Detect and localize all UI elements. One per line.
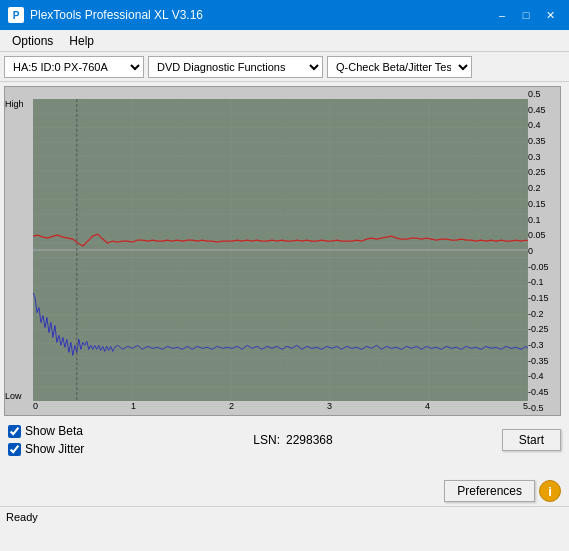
status-bar: Ready <box>0 506 569 526</box>
status-text: Ready <box>6 511 38 523</box>
right-axis: 0.5 0.45 0.4 0.35 0.3 0.25 0.2 0.15 0.1 … <box>528 87 560 415</box>
start-button[interactable]: Start <box>502 429 561 451</box>
show-beta-label: Show Beta <box>25 424 83 438</box>
high-label: High <box>5 99 24 109</box>
help-menu[interactable]: Help <box>61 32 102 50</box>
close-button[interactable]: ✕ <box>539 4 561 26</box>
minimize-button[interactable]: – <box>491 4 513 26</box>
info-button[interactable]: i <box>539 480 561 502</box>
show-beta-row: Show Beta <box>8 424 84 438</box>
x-axis-labels: 0 1 2 3 4 5 <box>33 401 528 415</box>
show-jitter-row: Show Jitter <box>8 442 84 456</box>
options-menu[interactable]: Options <box>4 32 61 50</box>
preferences-button[interactable]: Preferences <box>444 480 535 502</box>
checkboxes-group: Show Beta Show Jitter <box>8 424 84 456</box>
drive-select[interactable]: HA:5 ID:0 PX-760A <box>4 56 144 78</box>
function-select[interactable]: DVD Diagnostic Functions <box>148 56 323 78</box>
lsn-label: LSN: <box>253 433 280 447</box>
controls-row: Show Beta Show Jitter LSN: 2298368 Start <box>8 420 561 456</box>
chart-svg <box>33 99 528 401</box>
app-icon: P <box>8 7 24 23</box>
bottom-panel: Show Beta Show Jitter LSN: 2298368 Start… <box>0 416 569 506</box>
prefs-row: Preferences i <box>8 480 561 502</box>
chart-container: High Low 0.5 0.45 0.4 0.35 0.3 0.25 0.2 … <box>4 86 561 416</box>
window-controls[interactable]: – □ ✕ <box>491 4 561 26</box>
toolbar: HA:5 ID:0 PX-760A DVD Diagnostic Functio… <box>0 52 569 82</box>
window-title: PlexTools Professional XL V3.16 <box>30 8 203 22</box>
show-jitter-label: Show Jitter <box>25 442 84 456</box>
low-label: Low <box>5 391 22 401</box>
lsn-area: LSN: 2298368 <box>253 433 332 447</box>
chart-area: High Low 0.5 0.45 0.4 0.35 0.3 0.25 0.2 … <box>0 82 569 416</box>
chart-plot <box>33 99 528 401</box>
show-jitter-checkbox[interactable] <box>8 443 21 456</box>
menu-bar: Options Help <box>0 30 569 52</box>
title-bar: P PlexTools Professional XL V3.16 – □ ✕ <box>0 0 569 30</box>
title-bar-left: P PlexTools Professional XL V3.16 <box>8 7 203 23</box>
test-select[interactable]: Q-Check Beta/Jitter Test <box>327 56 472 78</box>
lsn-value: 2298368 <box>286 433 333 447</box>
show-beta-checkbox[interactable] <box>8 425 21 438</box>
maximize-button[interactable]: □ <box>515 4 537 26</box>
